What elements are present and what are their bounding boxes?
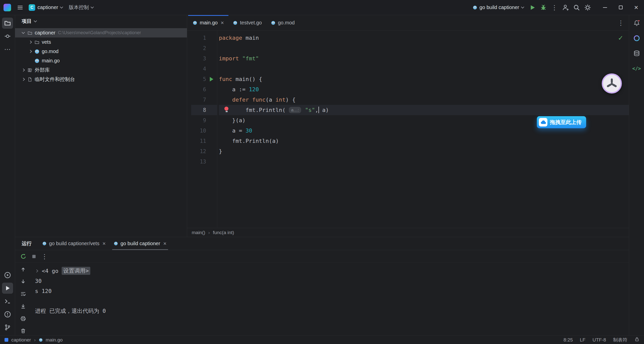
vcs-widget[interactable]: 版本控制 [66,2,96,13]
breadcrumb-item[interactable]: func(a int) [213,230,234,235]
line-number: 2 [191,45,206,51]
database-icon[interactable] [631,48,642,59]
caret-position[interactable]: 8:25 [564,337,573,343]
run-tab-captioner-vets[interactable]: go build captioner/vets × [38,237,110,250]
close-icon[interactable]: × [221,20,224,26]
run-button[interactable] [527,2,538,13]
code-line[interactable] [219,43,629,53]
add-user-icon[interactable] [560,2,571,13]
maximize-button[interactable] [613,0,628,15]
tree-item-main-go[interactable]: main.go [15,56,187,65]
close-icon[interactable]: × [102,240,106,247]
terminal-tool-icon[interactable] [2,296,13,307]
run-tool-icon[interactable] [2,283,13,294]
chevron-down-icon[interactable] [20,32,26,33]
code-line[interactable] [219,64,629,74]
project-tree: captionerC:\Users\meow\GolandProjects\ca… [15,27,187,84]
close-icon[interactable]: × [163,240,167,247]
run-panel-title[interactable]: 运行 [22,240,32,247]
tree-item-go-mod[interactable]: go.mod [15,47,187,56]
chevron-down-icon [34,19,37,22]
goland-logo-icon[interactable] [4,4,11,11]
run-config-widget[interactable]: go build captioner [470,3,527,12]
console-line[interactable] [35,296,629,306]
ai-assistant-icon[interactable] [631,33,642,44]
chevron-right-icon[interactable] [27,50,33,53]
code-line[interactable]: fmt.Println( a…: "s", a) [219,105,629,115]
problems-tool-icon[interactable] [2,309,13,320]
code-area[interactable]: 12345678910111213 package mainimport "fm… [187,31,629,228]
chevron-right-icon[interactable] [27,41,33,43]
minimize-button[interactable] [597,0,613,15]
line-number: 9 [191,117,206,123]
tab-go-mod[interactable]: go.mod [266,15,299,30]
code-line[interactable] [219,156,629,167]
line-ending[interactable]: LF [580,337,585,343]
project-panel-header[interactable]: 项目 [15,15,187,27]
debug-button[interactable] [538,2,549,13]
tab-options-icon[interactable]: ⋮ [615,17,626,28]
code-line[interactable]: package main [219,33,629,43]
lock-icon[interactable] [634,337,639,343]
close-button[interactable]: × [628,0,644,15]
gutter-line: 11 [191,136,217,146]
code-line[interactable]: func main() { [219,74,629,84]
services-tool-icon[interactable] [2,270,13,281]
console-line[interactable]: <4 go 设置调用> [35,266,629,276]
line-number: 7 [191,97,206,103]
indent-style[interactable]: 制表符 [613,337,627,343]
tab-main-go[interactable]: main.go × [188,15,228,30]
tree-item-path: C:\Users\meow\GolandProjects\captioner [58,30,141,35]
tree-item-外部库[interactable]: 外部库 [15,65,187,75]
console-output[interactable]: <4 go 设置调用>30s 120 进程 已完成，退出代码为 0 [31,263,629,335]
notifications-bell-icon[interactable] [631,18,642,29]
tree-item-临时文件和控制台[interactable]: 临时文件和控制台 [15,75,187,84]
rerun-icon[interactable] [19,252,28,261]
more-tools-icon[interactable]: ⋯ [2,44,13,55]
chevron-right-icon[interactable] [20,69,26,71]
stop-icon[interactable] [29,252,39,261]
search-icon[interactable] [571,2,582,13]
chevron-right-icon[interactable] [20,78,26,80]
scroll-to-end-icon[interactable] [19,302,28,311]
tree-item-captioner[interactable]: captionerC:\Users\meow\GolandProjects\ca… [15,28,187,37]
statusbar-file[interactable]: main.go [46,337,63,343]
code-line[interactable]: defer func(a int) { [219,95,629,105]
run-tab-captioner[interactable]: go build captioner × [110,237,171,250]
capture-overlay-badge[interactable] [602,73,622,94]
clear-console-icon[interactable] [19,326,28,335]
inspection-ok-icon[interactable]: ✓ [618,34,623,42]
code-line[interactable]: a := 120 [219,84,629,95]
git-tool-icon[interactable] [2,322,13,333]
print-icon[interactable] [19,314,28,323]
code-line[interactable]: fmt.Println(a) [219,136,629,146]
quickfix-bulb-icon[interactable] [224,107,229,112]
settings-gear-icon[interactable] [582,2,593,13]
commit-tool-icon[interactable] [2,31,13,42]
tree-item-label: 外部库 [35,67,50,73]
prev-occurrence-icon[interactable] [19,265,28,274]
upload-drop-button[interactable]: 拖拽至此上传 [537,116,586,128]
project-tool-icon[interactable] [2,18,13,29]
console-line[interactable]: s 120 [35,286,629,296]
tree-item-vets[interactable]: vets [15,37,187,47]
project-widget[interactable]: C captioner [26,2,66,13]
code-line[interactable]: import "fmt" [219,53,629,64]
file-encoding[interactable]: UTF-8 [592,337,606,343]
fold-chevron-icon[interactable] [35,269,38,273]
tab-testvet-go[interactable]: testvet.go [228,15,266,30]
console-line[interactable]: 30 [35,276,629,286]
code-line[interactable]: } [219,146,629,156]
hamburger-menu-icon[interactable] [15,2,26,13]
endpoints-icon[interactable]: </> [631,63,642,74]
statusbar-project[interactable]: captioner [11,337,31,343]
editor-tabbar: main.go × testvet.go go.mod ⋮ [187,15,629,31]
breadcrumb-item[interactable]: main() [192,230,205,235]
run-gutter-icon[interactable] [210,77,213,81]
more-actions-icon[interactable]: ⋮ [549,2,560,13]
next-occurrence-icon[interactable] [19,277,28,286]
gutter-line: 12 [191,146,217,156]
console-more-icon[interactable]: ⋮ [40,252,49,261]
console-line[interactable]: 进程 已完成，退出代码为 0 [35,306,629,316]
soft-wrap-icon[interactable] [19,289,28,298]
